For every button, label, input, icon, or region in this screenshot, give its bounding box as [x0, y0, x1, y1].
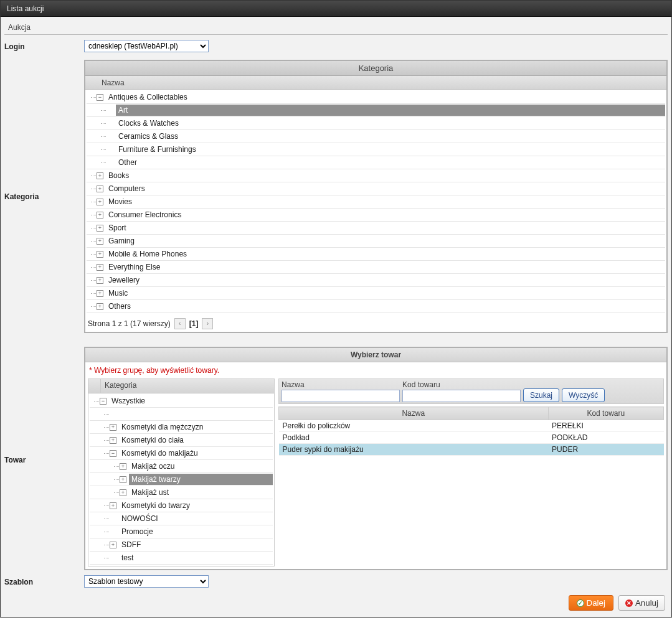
cancel-button[interactable]: ✕ Anuluj: [618, 595, 665, 611]
tree-row[interactable]: +Sport: [87, 222, 665, 235]
tree-row[interactable]: +Kosmetyki do twarzy: [90, 499, 273, 512]
tree-item-label[interactable]: Music: [106, 288, 665, 299]
expand-icon[interactable]: +: [110, 542, 116, 548]
tree-item-label[interactable]: Kosmetyki do ciała: [119, 435, 273, 446]
expand-icon[interactable]: +: [97, 212, 103, 219]
tree-row[interactable]: +Jewellery: [87, 274, 665, 287]
tree-item-label[interactable]: Gaming: [106, 235, 665, 247]
tree-item-label[interactable]: Kosmetyki dla mężczyzn: [119, 421, 273, 433]
expand-icon[interactable]: +: [97, 225, 103, 232]
tree-item-label[interactable]: Makijaż twarzy: [129, 474, 273, 485]
tree-row[interactable]: +Books: [87, 169, 665, 182]
tree-row[interactable]: +Makijaż twarzy: [90, 473, 273, 486]
tree-item-label[interactable]: Mobile & Home Phones: [106, 248, 665, 260]
tree-item-label[interactable]: SDFF: [119, 539, 273, 550]
expand-icon[interactable]: +: [110, 502, 116, 509]
tree-item-label[interactable]: Furniture & Furnishings: [116, 144, 665, 155]
next-button[interactable]: ✓ Dalej: [569, 595, 613, 611]
tree-row[interactable]: Promocje: [90, 525, 273, 538]
tree-item-label[interactable]: test: [119, 552, 273, 563]
collapse-icon[interactable]: −: [100, 398, 106, 405]
expand-icon[interactable]: +: [97, 277, 103, 284]
tree-row[interactable]: +Computers: [87, 182, 665, 195]
tree-item-label[interactable]: Makijaż oczu: [129, 461, 273, 472]
tree-item-label[interactable]: Makijaż ust: [129, 487, 273, 498]
tree-item-label[interactable]: Everything Else: [106, 261, 665, 273]
tree-row[interactable]: Other: [87, 156, 665, 169]
expand-icon[interactable]: +: [97, 264, 103, 271]
expand-icon[interactable]: +: [97, 251, 103, 258]
search-button[interactable]: Szukaj: [523, 388, 559, 402]
tree-row[interactable]: +SDFF: [90, 538, 273, 552]
tree-item-label[interactable]: Wszystkie: [109, 395, 273, 406]
tree-row[interactable]: +Everything Else: [87, 261, 665, 274]
tree-row[interactable]: −Wszystkie: [90, 395, 273, 408]
tree-item-label[interactable]: Clocks & Watches: [116, 118, 665, 129]
expand-icon[interactable]: +: [120, 476, 126, 483]
tree-row[interactable]: +Makijaż oczu: [90, 460, 273, 473]
expand-icon[interactable]: +: [97, 186, 103, 192]
tree-item-label[interactable]: Antiques & Collectables: [106, 92, 665, 103]
expand-icon[interactable]: +: [110, 424, 116, 431]
tree-row[interactable]: −Kosmetyki do makijażu: [90, 447, 273, 460]
login-select[interactable]: cdnesklep (TestWebAPI.pl): [84, 40, 209, 52]
tree-item-label[interactable]: NOWOŚCI: [119, 513, 273, 524]
clear-button[interactable]: Wyczyść: [562, 388, 605, 402]
search-name-input[interactable]: [282, 390, 400, 402]
kategoria-panel-title: Kategoria: [85, 61, 666, 76]
tree-row[interactable]: −Antiques & Collectables: [87, 91, 665, 104]
tree-item-label[interactable]: Kosmetyki do twarzy: [119, 500, 273, 511]
table-row[interactable]: Puder sypki do makijażuPUDER: [279, 444, 664, 456]
expand-icon[interactable]: +: [97, 290, 103, 297]
expand-icon[interactable]: +: [97, 199, 103, 205]
tree-row[interactable]: +Gaming: [87, 235, 665, 248]
tree-row[interactable]: +Others: [87, 300, 665, 313]
tree-row[interactable]: test: [90, 552, 273, 565]
tree-item-label[interactable]: Others: [106, 301, 665, 312]
collapse-icon[interactable]: −: [97, 94, 103, 101]
tree-row[interactable]: +Kosmetyki do ciała: [90, 434, 273, 447]
tree-row[interactable]: +Music: [87, 287, 665, 300]
table-row[interactable]: Perełki do policzkówPEREŁKI: [279, 420, 664, 432]
tree-row[interactable]: [90, 408, 273, 421]
tree-item-label[interactable]: Promocje: [119, 526, 273, 537]
expand-icon[interactable]: +: [120, 489, 126, 496]
tree-item-label[interactable]: Computers: [106, 183, 665, 194]
collapse-icon[interactable]: −: [110, 450, 116, 457]
tree-row[interactable]: Ceramics & Glass: [87, 130, 665, 143]
expand-icon[interactable]: +: [97, 238, 103, 245]
tree-item-label[interactable]: Sport: [106, 222, 665, 233]
tree-item-label[interactable]: Books: [106, 170, 665, 181]
tree-item-label[interactable]: Consumer Electronics: [106, 209, 665, 220]
tree-item-label[interactable]: Other: [116, 157, 665, 168]
tree-row[interactable]: Furniture & Furnishings: [87, 143, 665, 156]
pager-prev-button[interactable]: ‹: [174, 318, 186, 329]
tree-row[interactable]: +Consumer Electronics: [87, 209, 665, 222]
towar-category-tree-panel: Kategoria −Wszystkie+Kosmetyki dla mężcz…: [88, 378, 275, 566]
tree-row[interactable]: +Mobile & Home Phones: [87, 248, 665, 261]
tree-row[interactable]: Clocks & Watches: [87, 117, 665, 130]
towar-panel: Wybierz towar * Wybierz grupę, aby wyświ…: [84, 347, 668, 570]
expand-icon[interactable]: +: [97, 303, 103, 310]
tree-row[interactable]: +Makijaż ust: [90, 486, 273, 499]
tree-row[interactable]: +Movies: [87, 195, 665, 209]
tree-item-label[interactable]: Ceramics & Glass: [116, 131, 665, 142]
tree-item-label[interactable]: Kosmetyki do makijażu: [119, 448, 273, 459]
tab-aukcja[interactable]: Aukcja: [8, 23, 31, 32]
tree-item-label[interactable]: Movies: [106, 196, 665, 207]
tree-item-label[interactable]: [119, 413, 273, 415]
pager-next-button[interactable]: ›: [202, 318, 213, 329]
search-code-input[interactable]: [402, 390, 521, 402]
tree-row[interactable]: NOWOŚCI: [90, 512, 273, 525]
szablon-select[interactable]: Szablon testowy: [84, 575, 209, 588]
expand-icon[interactable]: +: [120, 463, 126, 470]
table-row[interactable]: PodkładPODKŁAD: [279, 432, 664, 444]
tree-row[interactable]: +Kosmetyki dla mężczyzn: [90, 421, 273, 434]
result-code-cell: PODKŁAD: [548, 432, 663, 444]
tree-item-label[interactable]: Art: [116, 105, 665, 116]
tree-row[interactable]: Art: [87, 104, 665, 117]
tree-item-label[interactable]: Jewellery: [106, 275, 665, 286]
cancel-button-label: Anuluj: [635, 598, 658, 608]
expand-icon[interactable]: +: [97, 172, 103, 179]
expand-icon[interactable]: +: [110, 437, 116, 444]
